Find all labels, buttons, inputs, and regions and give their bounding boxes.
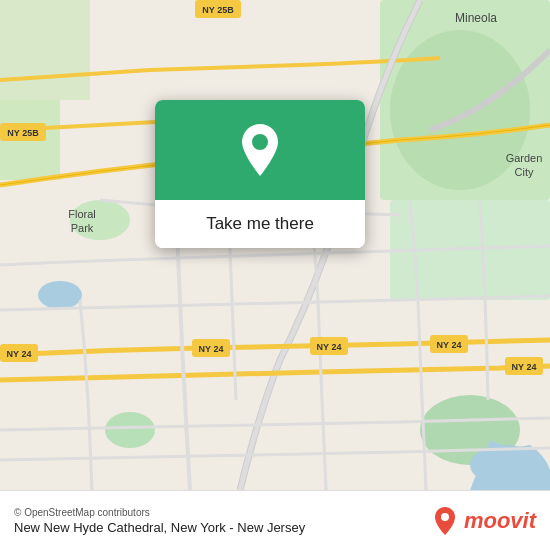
svg-text:NY 24: NY 24 — [7, 349, 32, 359]
svg-point-9 — [38, 281, 82, 309]
svg-text:NY 25B: NY 25B — [7, 128, 39, 138]
svg-text:NY 24: NY 24 — [317, 342, 342, 352]
svg-point-5 — [105, 412, 155, 448]
moovit-pin-icon — [432, 506, 458, 536]
bottom-bar: © OpenStreetMap contributors New New Hyd… — [0, 490, 550, 550]
location-pin-icon — [236, 122, 284, 178]
popup-card: Take me there — [155, 100, 365, 248]
map-area: NY 25B NY 25B NY 25 NY 24 NY 24 NY 24 NY… — [0, 0, 550, 490]
svg-point-3 — [390, 30, 530, 190]
svg-point-4 — [70, 200, 130, 240]
svg-text:Mineola: Mineola — [455, 11, 497, 25]
bottom-left-info: © OpenStreetMap contributors New New Hyd… — [14, 507, 305, 535]
svg-text:Floral: Floral — [68, 208, 96, 220]
svg-text:NY 25B: NY 25B — [202, 5, 234, 15]
svg-text:NY 24: NY 24 — [512, 362, 537, 372]
take-me-there-button[interactable]: Take me there — [155, 200, 365, 248]
svg-point-34 — [252, 134, 268, 150]
svg-text:City: City — [515, 166, 534, 178]
svg-text:Park: Park — [71, 222, 94, 234]
map-attribution: © OpenStreetMap contributors — [14, 507, 305, 518]
svg-text:NY 24: NY 24 — [199, 344, 224, 354]
svg-text:Garden: Garden — [506, 152, 543, 164]
location-title: New New Hyde Cathedral, New York - New J… — [14, 520, 305, 535]
popup-header — [155, 100, 365, 200]
svg-rect-7 — [0, 0, 90, 100]
svg-text:NY 24: NY 24 — [437, 340, 462, 350]
svg-point-35 — [441, 513, 449, 521]
moovit-logo: moovit — [432, 506, 536, 536]
moovit-brand-label: moovit — [464, 508, 536, 534]
